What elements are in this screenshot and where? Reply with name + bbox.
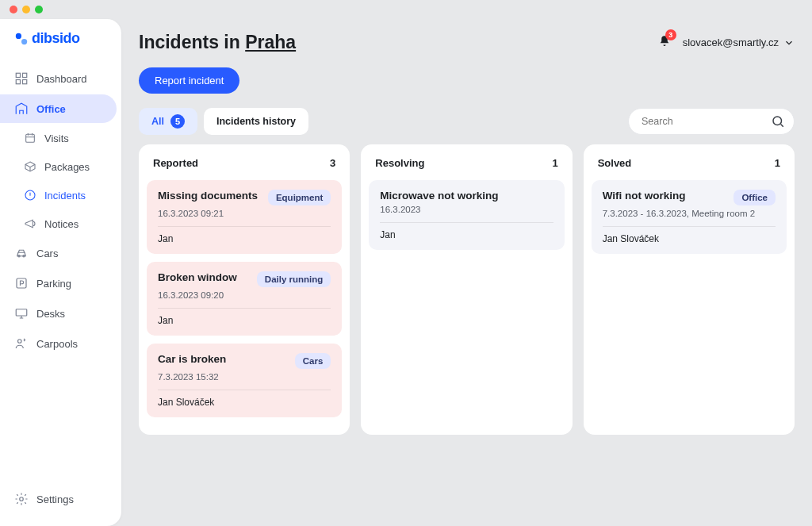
sidebar-item-packages[interactable]: Packages xyxy=(0,153,117,180)
parking-icon xyxy=(14,276,29,290)
card-divider xyxy=(603,226,776,227)
card-title: Broken window xyxy=(158,271,237,283)
user-area: 3 slovacek@smartly.cz xyxy=(657,34,795,52)
svg-point-13 xyxy=(20,497,24,501)
svg-rect-4 xyxy=(16,80,20,84)
window-titlebar xyxy=(0,0,812,19)
sidebar-item-parking[interactable]: Parking xyxy=(0,269,117,298)
sidebar-item-label: Dashboard xyxy=(36,73,87,85)
sidebar: dibsido Dashboard Office Visits Packag xyxy=(0,19,121,526)
page-title-city[interactable]: Praha xyxy=(245,32,296,52)
card-tag: Office xyxy=(733,190,776,205)
card-assignee: Jan Slováček xyxy=(603,233,776,244)
sidebar-item-carpools[interactable]: Carpools xyxy=(0,329,117,358)
card-head: Microwave not working xyxy=(380,190,553,202)
column-resolving: Resolving1Microwave not working16.3.2023… xyxy=(361,144,572,435)
sidebar-item-incidents[interactable]: Incidents xyxy=(0,182,117,209)
window-close-button[interactable] xyxy=(10,6,17,13)
card-title: Microwave not working xyxy=(380,190,498,202)
sidebar-item-label: Packages xyxy=(44,161,90,173)
chevron-down-icon xyxy=(783,37,795,48)
card-meta: 16.3.2023 09:21 xyxy=(158,209,331,218)
sidebar-item-label: Office xyxy=(36,103,66,115)
card-meta: 16.3.2023 xyxy=(380,205,553,214)
card-tag: Daily running xyxy=(257,271,331,287)
notifications-badge: 3 xyxy=(665,29,676,40)
card-divider xyxy=(380,222,553,223)
sidebar-item-label: Settings xyxy=(36,493,74,505)
notifications-button[interactable]: 3 xyxy=(657,34,672,52)
brand-logo[interactable]: dibsido xyxy=(0,30,121,64)
incident-card[interactable]: Missing documentsEquipment16.3.2023 09:2… xyxy=(147,180,342,254)
tab-incidents-history[interactable]: Incidents history xyxy=(204,108,308,135)
card-meta: 16.3.2023 09:20 xyxy=(158,290,331,300)
svg-point-0 xyxy=(16,33,21,38)
sidebar-item-desks[interactable]: Desks xyxy=(0,299,117,328)
window-zoom-button[interactable] xyxy=(35,6,43,13)
card-head: Missing documentsEquipment xyxy=(158,190,331,205)
main-content: Incidents in Praha 3 slovacek@smartly.cz… xyxy=(121,19,812,526)
report-incident-button[interactable]: Report incident xyxy=(139,67,239,94)
sidebar-item-label: Visits xyxy=(44,132,69,144)
tab-all[interactable]: All 5 xyxy=(139,108,197,135)
window-minimize-button[interactable] xyxy=(22,6,30,13)
column-count: 3 xyxy=(330,157,335,169)
app-container: dibsido Dashboard Office Visits Packag xyxy=(0,19,812,526)
column-header: Solved1 xyxy=(592,152,787,180)
gear-icon xyxy=(14,492,29,506)
column-title: Solved xyxy=(598,157,632,169)
sidebar-bottom: Settings xyxy=(0,485,121,526)
card-head: Wifi not workingOffice xyxy=(603,190,776,205)
sidebar-item-notices[interactable]: Notices xyxy=(0,210,117,237)
svg-rect-3 xyxy=(23,73,27,77)
card-assignee: Jan xyxy=(380,229,553,240)
sidebar-item-settings[interactable]: Settings xyxy=(0,485,117,513)
packages-icon xyxy=(24,160,36,173)
page-title-prefix: Incidents in xyxy=(139,32,245,52)
tabs: All 5 Incidents history xyxy=(139,108,308,135)
column-header: Reported3 xyxy=(147,152,342,180)
carpools-icon xyxy=(14,336,29,351)
column-count: 1 xyxy=(552,157,557,169)
card-head: Car is brokenCars xyxy=(158,353,331,369)
cars-icon xyxy=(14,246,29,260)
search-box xyxy=(628,108,795,135)
brand-name: dibsido xyxy=(32,30,80,47)
incident-card[interactable]: Car is brokenCars7.3.2023 15:32Jan Slová… xyxy=(147,344,342,417)
svg-rect-6 xyxy=(26,134,35,142)
logo-mark-icon xyxy=(14,32,29,46)
card-assignee: Jan Slováček xyxy=(158,397,331,408)
page-title: Incidents in Praha xyxy=(139,32,296,53)
card-title: Wifi not working xyxy=(603,190,686,202)
sidebar-item-office[interactable]: Office xyxy=(0,94,117,123)
sidebar-item-label: Parking xyxy=(36,278,71,290)
card-title: Car is broken xyxy=(158,353,226,365)
sidebar-item-cars[interactable]: Cars xyxy=(0,239,117,267)
svg-point-12 xyxy=(18,340,22,344)
user-menu[interactable]: slovacek@smartly.cz xyxy=(683,36,795,48)
column-header: Resolving1 xyxy=(369,152,564,180)
card-divider xyxy=(158,390,331,390)
column-title: Resolving xyxy=(375,157,424,169)
dashboard-icon xyxy=(14,71,29,86)
svg-rect-5 xyxy=(23,80,27,84)
incident-card[interactable]: Wifi not workingOffice7.3.2023 - 16.3.20… xyxy=(592,180,787,254)
sidebar-item-label: Carpools xyxy=(36,338,78,350)
svg-point-1 xyxy=(21,39,27,44)
sidebar-item-dashboard[interactable]: Dashboard xyxy=(0,64,117,93)
card-divider xyxy=(158,226,331,227)
card-meta: 7.3.2023 15:32 xyxy=(158,372,331,382)
card-tag: Cars xyxy=(295,353,331,369)
svg-point-14 xyxy=(773,117,782,125)
column-reported: Reported3Missing documentsEquipment16.3.… xyxy=(139,144,350,435)
user-email-text: slovacek@smartly.cz xyxy=(683,36,779,48)
incident-card[interactable]: Broken windowDaily running16.3.2023 09:2… xyxy=(147,262,342,336)
card-tag: Equipment xyxy=(268,190,331,205)
tab-label: Incidents history xyxy=(216,116,296,127)
sidebar-item-label: Notices xyxy=(44,218,79,230)
card-assignee: Jan xyxy=(158,315,331,326)
sidebar-item-visits[interactable]: Visits xyxy=(0,125,117,152)
search-input[interactable] xyxy=(628,108,795,135)
kanban-columns: Reported3Missing documentsEquipment16.3.… xyxy=(139,144,795,435)
incident-card[interactable]: Microwave not working16.3.2023Jan xyxy=(369,180,564,250)
